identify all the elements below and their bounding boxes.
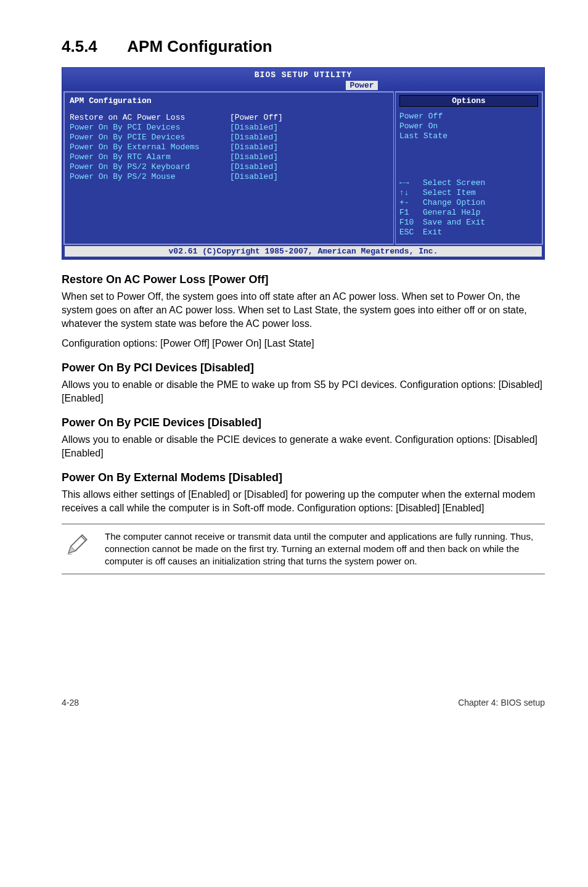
- nav-row: +-Change Option: [399, 198, 538, 208]
- nav-key: F1: [399, 208, 423, 218]
- bios-setting-label: Restore on AC Power Loss: [70, 113, 230, 123]
- note-block: The computer cannot receive or transmit …: [62, 524, 545, 574]
- option-item: Power On: [399, 122, 538, 131]
- bios-setting-label: Power On By PS/2 Mouse: [70, 172, 230, 182]
- nav-key: ↑↓: [399, 188, 423, 198]
- bios-setting-row: Restore on AC Power Loss [Power Off]: [70, 113, 388, 123]
- bios-setting-value: [Disabled]: [230, 133, 278, 142]
- bios-screenshot: BIOS SETUP UTILITY Power APM Configurati…: [62, 67, 545, 260]
- bios-setting-label: Power On By PS/2 Keyboard: [70, 162, 230, 172]
- subsection-heading: Power On By External Modems [Disabled]: [62, 471, 545, 484]
- bios-right-panel: Options Power Off Power On Last State ←→…: [395, 91, 543, 245]
- bios-setting-label: Power On By RTC Alarm: [70, 152, 230, 162]
- bios-setting-row: Power On By PCIE Devices [Disabled]: [70, 133, 388, 142]
- nav-text: Select Item: [423, 188, 476, 197]
- bios-left-title: APM Configuration: [70, 96, 388, 105]
- options-list: Power Off Power On Last State: [399, 112, 538, 141]
- nav-row: ↑↓Select Item: [399, 188, 538, 198]
- option-item: Last State: [399, 131, 538, 141]
- nav-help: ←→Select Screen ↑↓Select Item +-Change O…: [399, 178, 538, 237]
- bios-setting-row: Power On By PS/2 Mouse [Disabled]: [70, 172, 388, 182]
- body-text: Configuration options: [Power Off] [Powe…: [62, 337, 545, 350]
- bios-setting-label: Power On By External Modems: [70, 142, 230, 152]
- bios-setting-row: Power On By PCI Devices [Disabled]: [70, 123, 388, 133]
- bios-setting-value: [Disabled]: [230, 123, 278, 133]
- nav-row: ESCExit: [399, 228, 538, 237]
- bios-top-bar: BIOS SETUP UTILITY Power: [62, 68, 544, 90]
- body-text: When set to Power Off, the system goes i…: [62, 290, 545, 331]
- bios-setting-row: Power On By RTC Alarm [Disabled]: [70, 152, 388, 162]
- nav-row: F1General Help: [399, 208, 538, 218]
- section-number: 4.5.4: [62, 37, 123, 56]
- section-title: APM Configuration: [127, 37, 272, 56]
- bios-tab-power: Power: [346, 81, 377, 90]
- bios-left-panel: APM Configuration Restore on AC Power Lo…: [63, 91, 394, 245]
- bios-setting-value: [Disabled]: [230, 152, 278, 162]
- nav-text: Save and Exit: [423, 218, 485, 227]
- page-footer: 4-28 Chapter 4: BIOS setup: [62, 698, 545, 708]
- nav-text: General Help: [423, 208, 481, 217]
- pencil-icon: [64, 530, 91, 560]
- page-number: 4-28: [62, 698, 79, 708]
- nav-row: F10Save and Exit: [399, 218, 538, 228]
- nav-row: ←→Select Screen: [399, 178, 538, 188]
- bios-setting-row: Power On By External Modems [Disabled]: [70, 142, 388, 152]
- nav-key: ←→: [399, 178, 423, 188]
- subsection-heading: Power On By PCIE Devices [Disabled]: [62, 416, 545, 429]
- bios-setting-value: [Disabled]: [230, 142, 278, 152]
- options-header: Options: [399, 95, 538, 107]
- subsection-heading: Restore On AC Power Loss [Power Off]: [62, 273, 545, 286]
- bios-setting-row: Power On By PS/2 Keyboard [Disabled]: [70, 162, 388, 172]
- nav-text: Exit: [423, 228, 442, 237]
- subsection-heading: Power On By PCI Devices [Disabled]: [62, 361, 545, 374]
- nav-key: ESC: [399, 228, 423, 237]
- nav-key: +-: [399, 198, 423, 208]
- section-heading: 4.5.4 APM Configuration: [62, 37, 545, 56]
- bios-tabs: Power: [62, 81, 544, 90]
- body-text: Allows you to enable or disable the PME …: [62, 378, 545, 405]
- bios-setting-value: [Disabled]: [230, 172, 278, 182]
- chapter-label: Chapter 4: BIOS setup: [458, 698, 545, 708]
- bios-setting-label: Power On By PCIE Devices: [70, 133, 230, 142]
- bios-setting-label: Power On By PCI Devices: [70, 123, 230, 133]
- note-text: The computer cannot receive or transmit …: [105, 530, 542, 567]
- bios-setting-value: [Disabled]: [230, 162, 278, 172]
- bios-footer: v02.61 (C)Copyright 1985-2007, American …: [65, 246, 542, 257]
- body-text: Allows you to enable or disable the PCIE…: [62, 433, 545, 460]
- nav-key: F10: [399, 218, 423, 228]
- option-item: Power Off: [399, 112, 538, 122]
- nav-text: Change Option: [423, 198, 485, 207]
- body-text: This allows either settings of [Enabled]…: [62, 488, 545, 515]
- bios-title: BIOS SETUP UTILITY: [62, 69, 544, 81]
- nav-text: Select Screen: [423, 178, 485, 188]
- bios-setting-value: [Power Off]: [230, 113, 283, 123]
